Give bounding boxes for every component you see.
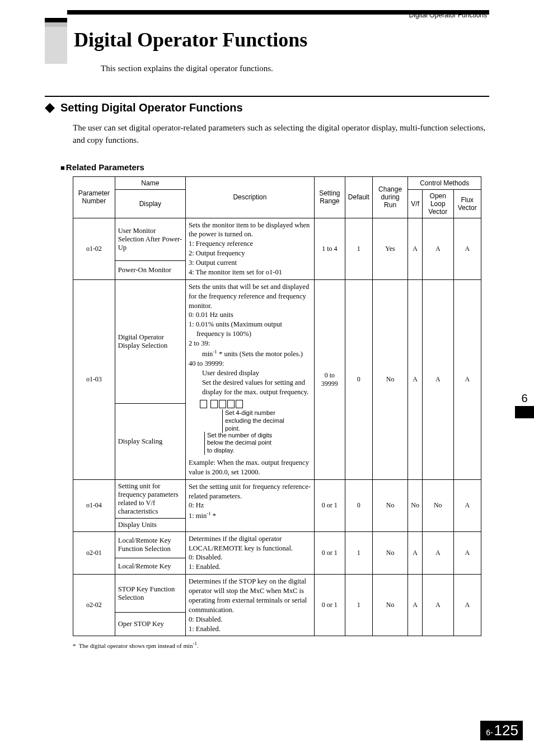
cell-param-no: o2-02: [73, 575, 115, 636]
cell-change: No: [372, 531, 407, 575]
cell-vf: No: [408, 479, 423, 531]
cell-vf: A: [408, 218, 423, 279]
chapter-tab: 6: [515, 392, 534, 418]
cell-fv: A: [453, 575, 481, 636]
cell-default: 1: [345, 218, 372, 279]
cell-display: Oper STOP Key: [115, 613, 185, 636]
cell-fv: A: [453, 218, 481, 279]
page-number: 6- 125: [480, 721, 523, 740]
th-change: Change during Run: [372, 176, 407, 218]
cell-param-no: o1-02: [73, 218, 115, 279]
page-num: 125: [494, 722, 518, 739]
cell-change: No: [372, 279, 407, 479]
cell-name: Digital Operator Display Selection: [115, 279, 185, 403]
cell-description: Set the setting unit for frequency refer…: [185, 479, 314, 531]
th-param-no: Parameter Number: [73, 176, 115, 218]
cell-change: Yes: [372, 218, 407, 279]
cell-description: Sets the units that will be set and disp…: [185, 279, 314, 479]
th-range: Setting Range: [314, 176, 345, 218]
cell-change: No: [372, 479, 407, 531]
parameters-table: Parameter Number Name Description Settin…: [73, 176, 481, 637]
cell-olv: A: [422, 218, 453, 279]
cell-range: 0 or 1: [314, 531, 345, 575]
cell-default: 0: [345, 479, 372, 531]
cell-description: Sets the monitor item to be displayed wh…: [185, 218, 314, 279]
title-block: Digital Operator Functions: [45, 18, 489, 64]
th-olv: Open Loop Vector: [422, 189, 453, 218]
svg-marker-0: [45, 103, 55, 113]
cell-name: Setting unit for frequency parameters re…: [115, 479, 185, 518]
cell-fv: A: [453, 531, 481, 575]
cell-range: 1 to 4: [314, 218, 345, 279]
cell-display: Power-On Monitor: [115, 260, 185, 279]
cell-default: 1: [345, 531, 372, 575]
cell-olv: A: [422, 279, 453, 479]
cell-vf: A: [408, 531, 423, 575]
intro-text: This section explains the digital operat…: [101, 64, 489, 73]
footnote: * The digital operator shows rpm instead…: [73, 641, 489, 649]
page-chapter: 6-: [486, 728, 493, 737]
th-control: Control Methods: [408, 176, 481, 189]
th-display: Display: [115, 189, 185, 218]
cell-change: No: [372, 575, 407, 636]
cell-vf: A: [408, 279, 423, 479]
section-body: The user can set digital operator-relate…: [73, 122, 489, 147]
cell-fv: A: [453, 279, 481, 479]
cell-name: User Monitor Selection After Power-Up: [115, 218, 185, 260]
cell-olv: A: [422, 575, 453, 636]
th-fv: Flux Vector: [453, 189, 481, 218]
th-vf: V/f: [408, 189, 423, 218]
cell-range: 0 to 39999: [314, 279, 345, 479]
cell-display: Local/Remote Key: [115, 558, 185, 575]
cell-olv: A: [422, 531, 453, 575]
cell-vf: A: [408, 575, 423, 636]
chapter-tab-number: 6: [515, 392, 534, 406]
cell-description: Determines if the digital operator LOCAL…: [185, 531, 314, 575]
th-description: Description: [185, 176, 314, 218]
cell-name: STOP Key Function Selection: [115, 575, 185, 613]
cell-description: Determines if the STOP key on the digita…: [185, 575, 314, 636]
cell-default: 1: [345, 575, 372, 636]
cell-olv: No: [422, 479, 453, 531]
cell-range: 0 or 1: [314, 479, 345, 531]
cell-display: Display Scaling: [115, 403, 185, 479]
cell-param-no: o1-04: [73, 479, 115, 531]
cell-display: Display Units: [115, 518, 185, 531]
cell-range: 0 or 1: [314, 575, 345, 636]
section-heading: Setting Digital Operator Functions: [45, 101, 489, 114]
section-rule: [45, 96, 489, 97]
th-name: Name: [115, 176, 185, 189]
cell-fv: A: [453, 479, 481, 531]
page-title: Digital Operator Functions: [74, 28, 307, 64]
section-heading-text: Setting Digital Operator Functions: [60, 101, 243, 114]
diamond-icon: [45, 103, 55, 113]
cell-param-no: o2-01: [73, 531, 115, 575]
cell-name: Local/Remote Key Function Selection: [115, 531, 185, 558]
th-default: Default: [345, 176, 372, 218]
cell-param-no: o1-03: [73, 279, 115, 479]
cell-default: 0: [345, 279, 372, 479]
subsection-heading: Related Parameters: [60, 162, 489, 172]
